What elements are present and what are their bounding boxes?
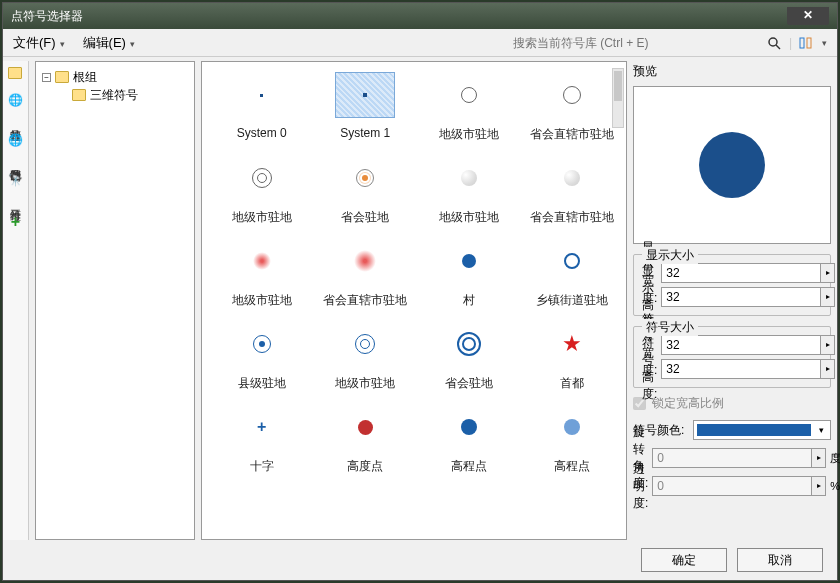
symbol-cell[interactable]: 高程点 [523,404,623,475]
display-width-input[interactable] [661,263,821,283]
symbol-label: System 0 [237,126,287,140]
symbol-preview [335,238,395,284]
collapse-icon[interactable]: − [42,73,51,82]
menu-file[interactable]: 文件(F) [13,34,65,52]
symbol-preview [439,155,499,201]
symbol-label: 高程点 [451,458,487,475]
symbol-label: 省会直辖市驻地 [530,126,614,143]
symbol-preview [232,155,292,201]
symbol-label: 乡镇街道驻地 [536,292,608,309]
svg-rect-3 [807,38,811,48]
symbol-cell[interactable]: 地级市驻地 [212,238,312,309]
layout-toggle-icon[interactable] [798,34,816,52]
strip-tab-autocarto[interactable]: 自动制图符号 [8,159,23,163]
symbol-label: 地级市驻地 [439,126,499,143]
add-icon[interactable]: + [11,213,20,231]
dropdown-arrow-icon[interactable]: ▾ [822,38,827,48]
scrollbar[interactable] [612,68,624,128]
strip-tab-3d[interactable]: 三维符号 [8,199,23,203]
symbol-cell[interactable]: 地级市驻地 [212,155,312,226]
category-strip: 🌐 基础符号 🌐 自动制图符号 🔭 三维符号 + [3,61,29,540]
tree-root[interactable]: − 根组 [42,68,188,86]
symbol-label: 省会直辖市驻地 [323,292,407,309]
symbol-cell[interactable]: +十字 [212,404,312,475]
globe-icon: 🌐 [8,93,24,109]
ok-button[interactable]: 确定 [641,548,727,572]
symbol-cell[interactable]: 地级市驻地 [419,72,519,143]
symbol-label: 首都 [560,375,584,392]
window-title: 点符号选择器 [11,8,787,25]
titlebar: 点符号选择器 ✕ [3,3,837,29]
search-icon[interactable] [765,34,783,52]
symbol-cell[interactable]: 省会驻地 [419,321,519,392]
symbol-label: 高度点 [347,458,383,475]
preview-box [633,86,831,244]
symbol-grid-panel: System 0System 1地级市驻地省会直辖市驻地地级市驻地省会驻地地级市… [201,61,627,540]
symbol-cell[interactable]: ★首都 [523,321,623,392]
symbol-cell[interactable]: 省会直辖市驻地 [523,155,623,226]
dialog-window: 点符号选择器 ✕ 文件(F) 编辑(E) | ▾ 🌐 基础符号 🌐 自动制图符号… [2,2,838,581]
display-height-input[interactable] [661,287,821,307]
symbol-cell[interactable]: 地级市驻地 [419,155,519,226]
symbol-preview [439,321,499,367]
spinner-button[interactable]: ▸ [821,359,835,379]
symbol-preview [439,72,499,118]
symbol-width-input[interactable] [661,335,821,355]
symbol-label: 高程点 [554,458,590,475]
dropdown-arrow-icon: ▾ [815,425,827,435]
cancel-button[interactable]: 取消 [737,548,823,572]
spinner-button[interactable]: ▸ [821,263,835,283]
symbol-preview [335,72,395,118]
properties-panel: 预览 显示大小 显示宽度: ▸ mm 显示高度: ▸ mm 符号大小 [633,61,831,540]
symbol-cell[interactable]: System 1 [316,72,416,143]
symbol-preview [232,72,292,118]
symbol-cell[interactable]: 地级市驻地 [316,321,416,392]
svg-line-1 [776,45,780,49]
symbol-label: 地级市驻地 [335,375,395,392]
close-button[interactable]: ✕ [787,7,829,25]
symbol-preview [335,404,395,450]
symbol-preview: ★ [542,321,602,367]
folder-icon [55,71,69,83]
spinner-button[interactable]: ▸ [821,335,835,355]
spinner-button[interactable]: ▸ [821,287,835,307]
symbol-cell[interactable]: 省会直辖市驻地 [523,72,623,143]
preview-label: 预览 [633,61,831,82]
symbol-label: 省会驻地 [341,209,389,226]
symbol-cell[interactable]: 村 [419,238,519,309]
strip-tab-basic[interactable]: 基础符号 [8,119,23,123]
symbol-label: 村 [463,292,475,309]
symbol-cell[interactable]: System 0 [212,72,312,143]
symbol-cell[interactable]: 县级驻地 [212,321,312,392]
globe-icon: 🌐 [8,133,24,149]
symbol-label: 十字 [250,458,274,475]
tree-child[interactable]: 三维符号 [42,86,188,104]
display-size-group: 显示大小 显示宽度: ▸ mm 显示高度: ▸ mm [633,254,831,316]
folder-icon [72,89,86,101]
symbol-height-input[interactable] [661,359,821,379]
symbol-cell[interactable]: 高程点 [419,404,519,475]
symbol-label: 省会驻地 [445,375,493,392]
symbol-preview [542,72,602,118]
symbol-label: 地级市驻地 [439,209,499,226]
lock-aspect-row: 锁定宽高比例 [633,392,831,414]
spinner-button: ▸ [812,448,826,468]
symbol-cell[interactable]: 省会驻地 [316,155,416,226]
symbol-size-group: 符号大小 符号宽度: ▸ mm 符号高度: ▸ mm [633,326,831,388]
preview-symbol [699,132,765,198]
spinner-button: ▸ [812,476,826,496]
symbol-preview [542,404,602,450]
search-input[interactable] [509,33,759,53]
footer: 确定 取消 [3,540,837,580]
color-picker[interactable]: ▾ [693,420,831,440]
folder-icon[interactable] [8,67,24,83]
symbol-cell[interactable]: 省会直辖市驻地 [316,238,416,309]
symbol-cell[interactable]: 乡镇街道驻地 [523,238,623,309]
tree-panel: − 根组 三维符号 [35,61,195,540]
menu-edit[interactable]: 编辑(E) [83,34,135,52]
binoculars-icon: 🔭 [8,173,24,189]
symbol-label: 地级市驻地 [232,292,292,309]
symbol-preview [542,155,602,201]
symbol-preview [542,238,602,284]
symbol-cell[interactable]: 高度点 [316,404,416,475]
